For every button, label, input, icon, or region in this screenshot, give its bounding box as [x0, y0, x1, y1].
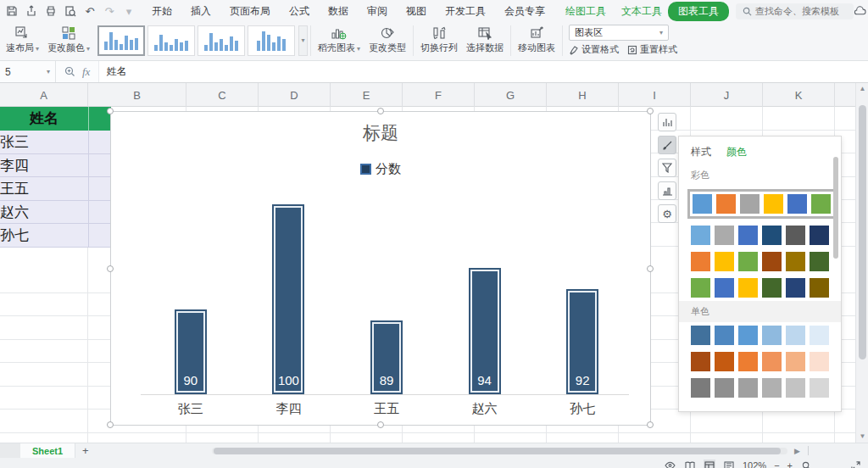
print-icon[interactable] — [44, 4, 58, 18]
zoom-out-icon[interactable]: − — [774, 460, 779, 468]
change-colors-button[interactable]: 更改颜色▾ — [43, 24, 94, 58]
tool-tab-绘图工具[interactable]: 绘图工具 — [559, 2, 612, 21]
color-swatch[interactable] — [738, 352, 758, 371]
color-swatch[interactable] — [762, 378, 782, 398]
book-icon[interactable] — [684, 460, 696, 468]
color-swatch[interactable] — [691, 378, 710, 398]
gallery-more-button[interactable]: ▾ — [298, 25, 308, 56]
chart-filter-button[interactable] — [658, 159, 676, 177]
resize-handle[interactable] — [647, 265, 654, 272]
menu-tab-开发工具[interactable]: 开发工具 — [437, 2, 493, 21]
chart-elements-button[interactable] — [658, 113, 676, 131]
chart-object[interactable]: 标题 分数 90100899492 张三李四王五赵六孙七 — [110, 111, 651, 426]
chart-bar-赵六[interactable]: 94 — [469, 268, 501, 394]
resize-handle[interactable] — [377, 108, 384, 114]
quick-layout-button[interactable]: 速布局▾ — [2, 24, 43, 58]
chart-style-thumbnail-2[interactable] — [147, 25, 195, 56]
color-swatch[interactable] — [738, 226, 758, 245]
move-chart-button[interactable]: 移动图表 — [514, 24, 559, 58]
color-swatch[interactable] — [762, 226, 782, 245]
chart-data-button[interactable] — [658, 181, 676, 200]
color-swatch[interactable] — [715, 326, 734, 345]
color-swatch[interactable] — [810, 378, 829, 398]
column-header-F[interactable]: F — [403, 83, 475, 107]
scroll-up-icon[interactable]: ▲ — [856, 83, 868, 95]
color-swatch[interactable] — [716, 194, 736, 214]
magnifier-icon[interactable] — [800, 460, 812, 468]
color-swatch[interactable] — [715, 278, 734, 298]
color-swatch[interactable] — [786, 378, 805, 398]
zoom-icon[interactable] — [64, 66, 75, 77]
color-swatch[interactable] — [738, 252, 758, 271]
chart-element-dropdown[interactable]: 图表区 ▾ — [569, 25, 669, 41]
color-swatch[interactable] — [786, 226, 805, 245]
menu-tab-会员专享[interactable]: 会员专享 — [497, 2, 553, 21]
switch-rowcol-button[interactable]: 切换行列 — [416, 24, 462, 58]
vertical-scroll-thumb[interactable] — [859, 105, 866, 359]
color-swatch[interactable] — [715, 226, 734, 245]
panel-tab-样式[interactable]: 样式 — [691, 145, 711, 159]
column-header-J[interactable]: J — [691, 83, 763, 107]
color-swatch[interactable] — [786, 352, 805, 371]
column-header-G[interactable]: G — [475, 83, 547, 107]
save-icon[interactable] — [5, 4, 19, 18]
chart-bar-孙七[interactable]: 92 — [566, 289, 598, 394]
vertical-scrollbar[interactable]: ▲ ▼ — [855, 83, 868, 443]
cell-name-王五[interactable]: 王五 — [0, 177, 111, 201]
color-swatch[interactable] — [691, 252, 710, 271]
sheet-tab-sheet1[interactable]: Sheet1 — [20, 443, 75, 458]
fx-icon[interactable]: fx — [82, 65, 90, 79]
menu-tab-开始[interactable]: 开始 — [144, 2, 180, 21]
change-type-button[interactable]: 更改类型 — [364, 24, 410, 58]
resize-handle[interactable] — [107, 265, 114, 272]
color-swatch[interactable] — [810, 352, 829, 371]
color-swatch[interactable] — [787, 194, 807, 214]
scroll-down-icon[interactable]: ▼ — [856, 431, 868, 443]
print-preview-icon[interactable] — [64, 4, 77, 18]
color-swatch[interactable] — [762, 252, 782, 271]
export-icon[interactable] — [25, 4, 38, 18]
color-swatch[interactable] — [738, 326, 758, 345]
color-swatch[interactable] — [810, 252, 829, 271]
column-header-E[interactable]: E — [331, 83, 403, 107]
chart-style-thumbnail-4[interactable] — [248, 25, 295, 56]
select-data-button[interactable]: 选择数据 — [462, 24, 508, 58]
color-swatch[interactable] — [764, 194, 783, 214]
color-swatch[interactable] — [786, 326, 805, 345]
resize-handle[interactable] — [647, 108, 654, 114]
column-header-I[interactable]: I — [619, 83, 691, 107]
column-header-H[interactable]: H — [547, 83, 619, 107]
color-swatch[interactable] — [811, 194, 831, 214]
sync-status[interactable]: 未同步 — [854, 5, 868, 18]
normal-view-icon[interactable] — [704, 460, 715, 468]
color-swatch[interactable] — [715, 352, 734, 371]
panel-tab-颜色[interactable]: 颜色 — [726, 145, 747, 159]
cell-name-赵六[interactable]: 赵六 — [0, 201, 111, 225]
zoom-in-icon[interactable]: + — [787, 460, 793, 468]
cell-name-张三[interactable]: 张三 — [0, 131, 111, 154]
menu-tab-插入[interactable]: 插入 — [183, 2, 219, 21]
color-swatch[interactable] — [738, 278, 758, 298]
color-swatch[interactable] — [786, 252, 805, 271]
fullscreen-icon[interactable] — [849, 460, 861, 468]
horizontal-scrollbar[interactable] — [212, 448, 787, 454]
column-header-C[interactable]: C — [186, 83, 259, 107]
command-search[interactable] — [736, 3, 854, 20]
resize-handle[interactable] — [107, 108, 114, 114]
chart-settings-button[interactable]: ⚙ — [658, 204, 676, 223]
color-swatch[interactable] — [762, 278, 782, 298]
color-swatch[interactable] — [738, 378, 758, 398]
chart-bar-王五[interactable]: 89 — [370, 320, 403, 394]
color-swatch[interactable] — [762, 326, 782, 345]
eye-protection-icon[interactable] — [665, 460, 676, 468]
cell-a1-header[interactable]: 姓名 — [0, 107, 111, 131]
menu-tab-页面布局[interactable]: 页面布局 — [222, 2, 278, 21]
chart-bar-张三[interactable]: 90 — [175, 309, 207, 394]
color-swatch[interactable] — [691, 226, 710, 245]
tab-chart-tools[interactable]: 图表工具 — [668, 2, 729, 21]
zoom-level[interactable]: 102% — [743, 460, 766, 468]
search-input[interactable] — [755, 6, 847, 16]
redo-icon[interactable]: ↷ — [103, 4, 116, 18]
color-swatch[interactable] — [762, 352, 782, 371]
docer-charts-button[interactable]: 稻壳图表▾ — [314, 24, 364, 58]
